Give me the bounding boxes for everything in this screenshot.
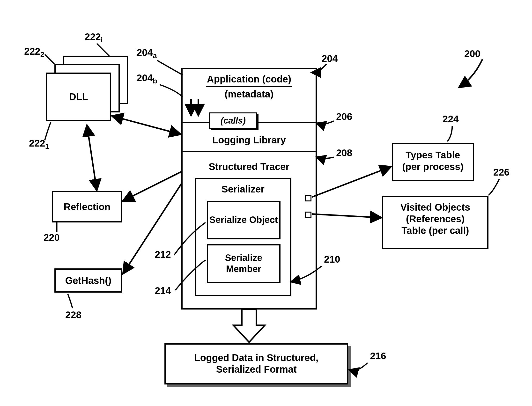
types-table-box: Types Table (per process)	[392, 143, 474, 181]
serializer-label: Serializer	[196, 183, 290, 195]
ref-210: 210	[324, 254, 340, 265]
app-meta-label: (metadata)	[183, 88, 316, 100]
ref-216: 216	[370, 351, 386, 362]
ref-222-2: 2222	[24, 46, 44, 59]
ref-200: 200	[464, 48, 480, 59]
calls-box: (calls)	[209, 112, 257, 129]
types-table-l1: Types Table	[393, 149, 473, 161]
ref-204: 204	[322, 53, 338, 64]
svg-line-1	[112, 116, 180, 134]
calls-label: (calls)	[221, 115, 246, 126]
logged-l1: Logged Data in Structured,	[166, 352, 347, 363]
ref-228: 228	[65, 310, 81, 320]
main-container: Application (code) (metadata) (calls) Lo…	[181, 68, 317, 310]
visited-objects-box: Visited Objects (References) Table (per …	[382, 196, 488, 249]
reflection-box: Reflection	[52, 191, 122, 222]
ref-214: 214	[155, 285, 171, 296]
ref-206: 206	[336, 111, 352, 122]
serialize-member-box: Serialize Member	[207, 244, 281, 283]
reflection-label: Reflection	[64, 201, 110, 213]
gethash-label: GetHash()	[65, 275, 111, 286]
serialize-object-box: Serialize Object	[207, 201, 281, 239]
visited-l3: Table (per call)	[383, 225, 487, 236]
ref-224: 224	[443, 114, 459, 125]
structured-tracer-label: Structured Tracer	[183, 161, 316, 172]
dll-box: DLL	[46, 73, 111, 121]
logged-l2: Serialized Format	[166, 363, 347, 375]
logging-library-label: Logging Library	[183, 134, 316, 146]
svg-line-5	[312, 214, 381, 218]
serialize-member-label: Serialize Member	[208, 252, 279, 274]
dll-label: DLL	[69, 91, 88, 103]
visited-connector-square	[305, 212, 311, 218]
ref-208: 208	[336, 148, 352, 158]
serialize-object-label: Serialize Object	[209, 214, 278, 226]
gethash-box: GetHash()	[54, 268, 122, 293]
visited-l1: Visited Objects	[383, 201, 487, 213]
svg-line-0	[87, 126, 97, 190]
ref-226: 226	[493, 167, 510, 178]
serializer-box: Serializer Serialize Object Serialize Me…	[195, 178, 291, 296]
types-table-l2: (per process)	[393, 161, 473, 172]
ref-222-1: 2221	[29, 138, 49, 150]
ref-204a: 204a	[137, 47, 157, 60]
ref-220: 220	[44, 232, 60, 243]
svg-line-4	[312, 167, 391, 197]
svg-line-3	[123, 184, 181, 273]
visited-l2: (References)	[383, 213, 487, 225]
block-arrow-icon	[233, 310, 265, 342]
ref-222-i: 222i	[85, 31, 103, 44]
diagram-canvas: DLL Reflection GetHash() Application (co…	[0, 0, 532, 406]
ref-204b: 204b	[137, 73, 157, 85]
types-connector-square	[305, 195, 311, 201]
app-code-label: Application (code)	[206, 73, 292, 87]
svg-line-2	[123, 172, 181, 201]
logged-data-box: Logged Data in Structured, Serialized Fo…	[164, 343, 348, 384]
ref-212: 212	[155, 249, 171, 260]
